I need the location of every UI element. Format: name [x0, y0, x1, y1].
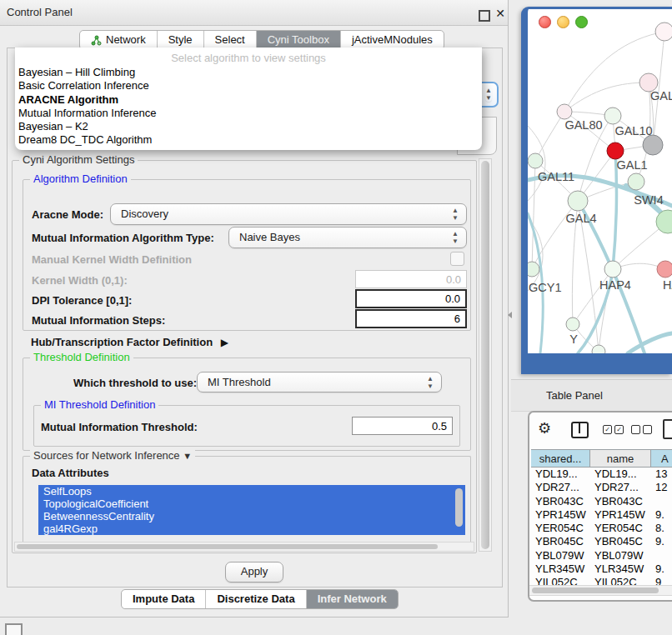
tab-label: Impute Data	[133, 590, 194, 608]
node-salmon[interactable]	[657, 261, 672, 278]
deselect-all-columns-icon[interactable]	[631, 425, 652, 434]
node-gray[interactable]	[643, 135, 663, 155]
table-row[interactable]: YBR043C YBR043C	[529, 495, 672, 508]
splitter-handle[interactable]	[508, 312, 512, 318]
cell: YBL079W	[590, 549, 651, 562]
cell: YDR27...	[531, 481, 590, 494]
scrollbar-thumb[interactable]	[17, 544, 438, 549]
float-window-icon[interactable]	[479, 10, 490, 22]
hub-tf-definition-toggle[interactable]: Hub/Transcription Factor Definition ▶	[31, 336, 228, 348]
cell: 9.	[651, 562, 672, 576]
algorithm-option-selected[interactable]: ARACNE Algorithm	[15, 93, 482, 107]
apply-button[interactable]: Apply	[225, 562, 283, 582]
node-label: GAL80	[564, 118, 602, 132]
table-row[interactable]: YDR27... YDR27... 12	[529, 481, 672, 494]
node-label: GAL	[650, 89, 672, 102]
tab-cyni-toolbox[interactable]: Cyni Toolbox	[257, 31, 341, 49]
combobox-value: MI Threshold	[208, 376, 271, 388]
tab-infer-network[interactable]: Infer Network	[307, 590, 398, 608]
gear-icon[interactable]: ⚙	[538, 419, 551, 438]
algorithm-option[interactable]: Basic Correlation Inference	[15, 79, 482, 92]
network-graph: GAL GAL80 GAL10 GAL1 GAL11 SWI4 GAL4 GCY…	[528, 9, 672, 353]
hub-tf-label: Hub/Transcription Factor Definition	[31, 336, 213, 348]
node-gcy1[interactable]	[528, 262, 539, 277]
table-row[interactable]: YLR345W YLR345W 9.	[529, 562, 672, 576]
export-table-icon[interactable]	[663, 419, 672, 439]
tab-select[interactable]: Select	[204, 31, 257, 49]
cell: YPR145W	[590, 508, 651, 522]
cell: YBL079W	[531, 549, 590, 562]
node[interactable]	[592, 345, 605, 353]
table-row[interactable]: YPR145W YPR145W 9.	[529, 508, 672, 522]
column-header-partial[interactable]: A	[651, 449, 672, 468]
node-hap2[interactable]	[566, 318, 579, 331]
unchecked-box-icon	[643, 425, 652, 434]
table-panel-title: Table Panel	[546, 380, 603, 411]
tab-jactivemnodules[interactable]: jActiveMNodules	[341, 31, 444, 49]
algorithm-option[interactable]: Bayesian – K2	[15, 120, 482, 133]
scrollbar-thumb[interactable]	[481, 161, 489, 549]
network-icon	[91, 35, 102, 46]
node-hap4[interactable]	[604, 261, 621, 278]
node-gal10[interactable]	[604, 108, 621, 124]
settings-horizontal-scrollbar[interactable]	[14, 542, 474, 552]
node-swi4[interactable]	[628, 173, 644, 190]
table-window: ⚙ ✓ ✓ shared... name A YDL19... YDL19...…	[528, 411, 672, 602]
panel-title: Control Panel	[7, 0, 73, 25]
settings-vertical-scrollbar[interactable]	[479, 158, 492, 552]
attribute-item-selected[interactable]: BetweennessCentrality	[38, 510, 465, 522]
table-row[interactable]: YBL079W YBL079W	[529, 549, 672, 562]
mi-algorithm-type-combobox[interactable]: Naive Bayes ▲▼	[228, 227, 467, 248]
dpi-tolerance-input[interactable]	[355, 289, 467, 308]
node[interactable]	[655, 22, 672, 41]
select-all-columns-icon[interactable]: ✓ ✓	[603, 425, 624, 434]
tab-style[interactable]: Style	[158, 31, 204, 49]
sources-group: Sources for Network Inference ▼ Data Att…	[23, 456, 471, 543]
tab-label: Cyni Toolbox	[268, 31, 329, 49]
column-chooser-icon[interactable]	[571, 422, 589, 438]
dropdown-placeholder: Select algorithm to view settings	[15, 50, 482, 66]
node-label: GAL10	[614, 124, 652, 138]
column-header-name[interactable]: name	[590, 449, 651, 468]
algorithm-option[interactable]: Dream8 DC_TDC Algorithm	[15, 133, 482, 147]
node-label: GAL4	[565, 212, 596, 225]
checked-box-icon: ✓	[614, 425, 624, 434]
scrollbar-thumb[interactable]	[532, 588, 659, 593]
attribute-item-selected[interactable]: gal4RGexp	[38, 522, 465, 535]
which-threshold-combobox[interactable]: MI Threshold ▲▼	[197, 372, 442, 392]
column-header-shared-name[interactable]: shared...	[531, 449, 590, 468]
table-row[interactable]: YBR045C YBR045C 9.	[529, 535, 672, 548]
attribute-item-selected[interactable]: SelfLoops	[38, 485, 465, 498]
table-row[interactable]: YDL19... YDL19... 13	[529, 468, 672, 481]
close-icon[interactable]: ✕	[494, 7, 507, 20]
tab-discretize-data[interactable]: Discretize Data	[206, 590, 306, 608]
table-row[interactable]: YIL052C YIL052C 9	[529, 576, 672, 585]
network-view-window: GAL GAL80 GAL10 GAL1 GAL11 SWI4 GAL4 GCY…	[521, 7, 672, 374]
algorithm-option[interactable]: Mutual Information Inference	[15, 107, 482, 120]
tab-impute-data[interactable]: Impute Data	[122, 590, 206, 608]
mi-steps-label: Mutual Information Steps:	[32, 314, 165, 327]
table-row[interactable]: YER054C YER054C 8.	[529, 522, 672, 535]
list-scrollbar-thumb[interactable]	[455, 488, 463, 527]
aracne-mode-combobox[interactable]: Discovery ▲▼	[110, 203, 467, 225]
mi-threshold-input[interactable]	[352, 417, 453, 435]
tab-label: Infer Network	[318, 590, 387, 608]
mi-threshold-definition-group: MI Threshold Definition Mutual Informati…	[33, 405, 460, 447]
mi-steps-input[interactable]	[355, 309, 467, 328]
expanded-arrow-icon[interactable]: ▼	[183, 451, 192, 461]
group-title: Cyni Algorithm Settings	[19, 153, 138, 167]
node-label: SWI4	[634, 193, 663, 207]
node-gal1-selected[interactable]	[607, 142, 624, 159]
node-gal80[interactable]	[557, 104, 572, 119]
tab-network[interactable]: Network	[80, 31, 158, 49]
attribute-item-selected[interactable]: TopologicalCoefficient	[38, 498, 465, 510]
cyni-algorithm-settings-group: Cyni Algorithm Settings Algorithm Defini…	[12, 160, 477, 553]
node-gal11[interactable]	[528, 153, 543, 168]
node-gal4[interactable]	[568, 191, 588, 211]
chevron-updown-icon: ▲▼	[452, 230, 459, 245]
sources-title: Sources for Network Inference	[33, 449, 180, 462]
cell: YER054C	[531, 522, 590, 535]
algorithm-option[interactable]: Bayesian – Hill Climbing	[15, 66, 482, 79]
cell: YDR27...	[590, 481, 651, 494]
table-horizontal-scrollbar[interactable]	[529, 585, 672, 596]
